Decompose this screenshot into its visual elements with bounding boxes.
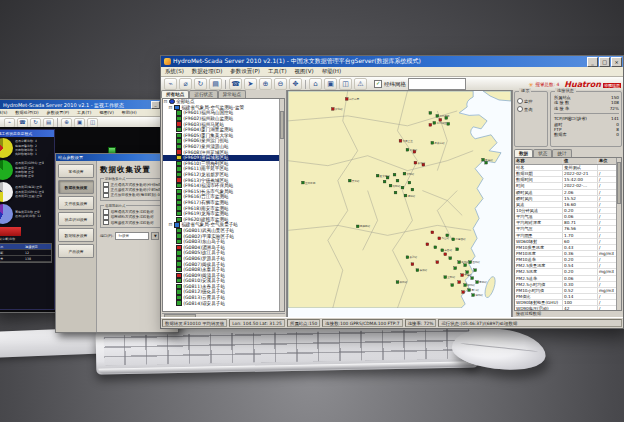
map-station-marker[interactable]: 九江站 [438, 236, 450, 240]
settings-nav-2[interactable]: 文件收集设置 [58, 196, 94, 210]
map-station-marker[interactable] [393, 173, 396, 176]
map-station-marker[interactable] [464, 264, 467, 267]
maximize-button[interactable]: □ [599, 57, 610, 67]
map-station-marker[interactable]: 洛阳站 [389, 184, 401, 188]
map-station-marker[interactable] [462, 291, 465, 294]
expander-icon[interactable]: ⊟ [163, 99, 168, 104]
map-station-marker[interactable]: 兰州监测 [302, 181, 316, 185]
connect-icon[interactable]: ⌁ [164, 78, 177, 90]
monitor-icon[interactable]: ▣ [324, 78, 337, 90]
map-station-marker[interactable]: 厦门站 [468, 288, 480, 292]
map-station-marker[interactable] [445, 116, 448, 119]
monitor-icon[interactable]: ▣ [74, 118, 85, 128]
tab-数据[interactable]: 数据 [514, 149, 533, 157]
pan-icon[interactable]: ✥ [289, 78, 302, 90]
tab-状态[interactable]: 状态 [533, 149, 552, 157]
grid-checkbox[interactable]: ✓ 经纬网格 [374, 80, 406, 88]
map-station-marker[interactable] [458, 281, 461, 284]
zoom-in-icon[interactable]: ⊕ [61, 118, 72, 128]
map-station-marker[interactable]: 石家庄站 [431, 141, 445, 145]
menu-item[interactable]: 帮助(H) [118, 110, 141, 115]
map-station-marker[interactable]: 三明站 [444, 275, 456, 279]
menu-item[interactable]: 参数设置(P) [226, 68, 264, 75]
map-station-marker[interactable] [426, 243, 429, 246]
map-station-marker[interactable]: 衢州站 [458, 260, 470, 264]
port-combo-value[interactable]: 行设置 [115, 232, 149, 240]
settings-nav-5[interactable]: 产品设置 [58, 244, 94, 258]
settings-nav-4[interactable]: 数据转发设置 [58, 228, 94, 242]
map-station-marker[interactable] [386, 176, 389, 179]
phone-icon[interactable]: ☎ [229, 78, 242, 90]
zoom-out-icon[interactable]: ⊖ [274, 78, 287, 90]
tab-异常站点[interactable]: 异常站点 [218, 90, 246, 98]
print-icon[interactable]: ▤ [43, 118, 54, 128]
refresh-icon[interactable]: ↻ [30, 118, 41, 128]
database-icon[interactable]: ◫ [87, 118, 98, 128]
menu-item[interactable]: 帮助(H) [318, 68, 345, 75]
close-button[interactable]: × [611, 57, 622, 67]
cursor-icon[interactable]: ➤ [244, 78, 257, 90]
main-window-titlebar[interactable]: HydroMet-Scada Server 2010 v2.1(1) - 中国水… [161, 56, 623, 67]
settings-nav-3[interactable]: 状态识别设置 [58, 212, 94, 226]
tab-统计[interactable]: 统计 [552, 149, 571, 157]
tab-所有站点[interactable]: 所有站点 [161, 90, 189, 98]
map-station-marker[interactable]: 安阳站 [403, 172, 415, 176]
map-station-marker[interactable]: 株洲站 [416, 268, 428, 272]
map-station-marker[interactable] [396, 179, 399, 182]
menu-item[interactable]: 系统(S) [161, 68, 188, 75]
map-station-marker[interactable] [394, 191, 397, 194]
menu-item[interactable]: 视图(V) [95, 110, 118, 115]
zoom-in-icon[interactable]: ⊕ [259, 78, 272, 90]
map-station-marker[interactable] [451, 284, 454, 287]
map-station-marker[interactable]: 景德镇站 [452, 237, 466, 241]
map-station-marker[interactable]: 青岛站 [482, 158, 494, 162]
map-station-marker[interactable] [411, 263, 414, 266]
map-station-marker[interactable] [422, 163, 425, 166]
map-station-marker[interactable]: 多伦站 [331, 107, 343, 111]
settings-nav-1[interactable]: 数据收集设置 [58, 180, 94, 194]
chevron-down-icon[interactable]: ▼ [151, 232, 159, 240]
print-icon[interactable]: ▤ [209, 78, 222, 90]
refresh-icon[interactable]: ↻ [194, 78, 207, 90]
map-station-marker[interactable]: 北京昌平 [436, 114, 450, 118]
map-station-marker[interactable]: 恩施测站 [356, 224, 370, 228]
home-icon[interactable]: ⌂ [309, 78, 322, 90]
map-station-marker[interactable]: 克什克腾 [345, 97, 359, 101]
back-window-titlebar[interactable]: HydroMet-Scada Server 2010 v2.1 - 监视工作状态… [0, 100, 181, 109]
map-station-marker[interactable] [411, 188, 414, 191]
map-station-marker[interactable]: 漯河站 [404, 194, 416, 198]
map-station-marker[interactable] [439, 118, 442, 121]
map-station-marker[interactable] [474, 269, 477, 272]
map-station-marker[interactable] [383, 180, 386, 183]
tab-运行状态[interactable]: 运行状态 [189, 90, 217, 98]
map-station-marker[interactable]: 莆田站 [476, 280, 488, 284]
map-station-marker[interactable] [413, 150, 416, 153]
expander-icon[interactable]: ⊟ [168, 105, 173, 110]
disconnect-icon[interactable]: ⌀ [179, 78, 192, 90]
map-station-marker[interactable] [456, 248, 459, 251]
map-station-marker[interactable] [436, 261, 439, 264]
map-station-marker[interactable] [471, 277, 474, 280]
map-station-marker[interactable]: 北京城区 [433, 121, 447, 125]
map-station-marker[interactable]: 太原上兰 [399, 139, 413, 143]
map-station-marker[interactable]: 南昌站 [441, 248, 453, 252]
map-station-marker[interactable]: 长沙站 [406, 255, 418, 259]
map-station-marker[interactable] [444, 253, 447, 256]
station-map[interactable]: 克什克腾多伦站北京昌平北京城区太原上兰石家庄站吕梁站长治站延安测站安阳站洛阳站漯… [287, 90, 512, 318]
search-input[interactable] [408, 78, 466, 90]
minimize-button[interactable]: _ [587, 57, 598, 67]
tree-station-item[interactable]: (G0814)诏安县子站 [163, 300, 284, 306]
map-station-marker[interactable]: 天水站 [348, 179, 360, 183]
menu-item[interactable]: 数据处理(D) [11, 110, 42, 115]
tree-scrollbar[interactable] [279, 99, 284, 311]
map-station-marker[interactable] [408, 181, 411, 184]
table-scrollbar[interactable] [616, 158, 621, 310]
phone-icon[interactable]: ☎ [17, 118, 28, 128]
map-station-marker[interactable] [447, 122, 450, 125]
settings-nav-0[interactable]: 常规设置 [58, 164, 94, 178]
table-row[interactable]: WD90电压(启动)42/ [515, 306, 621, 311]
map-station-marker[interactable]: 温州站 [469, 260, 481, 264]
map-station-marker[interactable] [429, 112, 432, 115]
alarm-icon[interactable]: ⚠ [354, 78, 367, 90]
map-station-marker[interactable]: 漳州站 [472, 293, 484, 297]
